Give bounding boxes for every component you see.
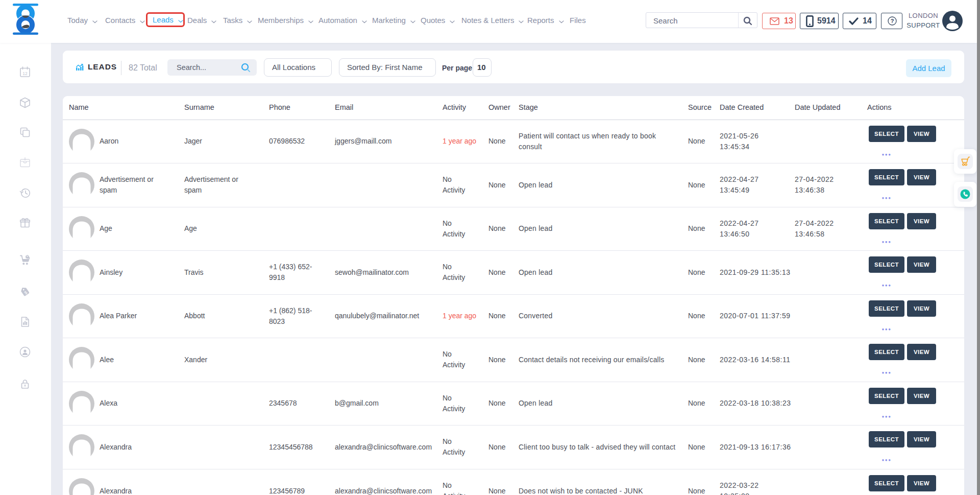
svg-text:?: ?	[891, 18, 894, 24]
svg-text:12: 12	[22, 71, 28, 76]
